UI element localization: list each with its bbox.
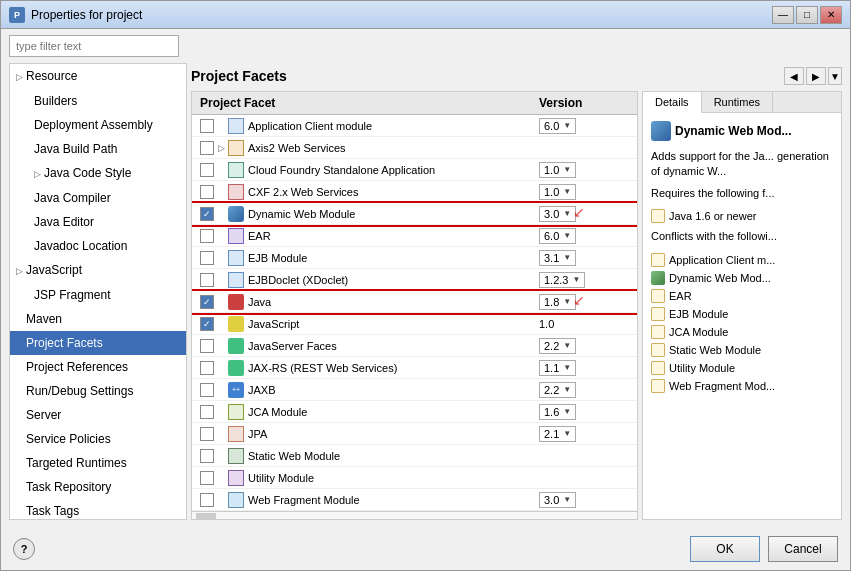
version-dropdown[interactable]: 3.0▼ [539,206,576,222]
table-row[interactable]: ++JAXB2.2▼ [192,379,637,401]
detail-description1: Adds support for the Ja... generation of… [651,149,833,180]
row-checkbox[interactable] [200,163,214,177]
row-checkbox[interactable] [200,383,214,397]
version-dropdown[interactable]: 1.8▼ [539,294,576,310]
conflict-label: Static Web Module [669,344,761,356]
table-row[interactable]: Web Fragment Module3.0▼ [192,489,637,511]
conflict-label: EAR [669,290,692,302]
row-checkbox[interactable] [200,251,214,265]
table-row[interactable]: ✓Dynamic Web Module3.0▼选择版本↙ [192,203,637,225]
sidebar-item-2[interactable]: Deployment Assembly [10,113,186,137]
conflict-item: Web Fragment Mod... [651,377,833,395]
table-row[interactable]: EAR6.0▼ [192,225,637,247]
version-dropdown[interactable]: 2.2▼ [539,382,576,398]
version-dropdown[interactable]: 1.2.3▼ [539,272,585,288]
col-version-header: Version [539,96,629,110]
conflict-icon [651,325,665,339]
version-dropdown[interactable]: 1.0▼ [539,184,576,200]
cancel-button[interactable]: Cancel [768,536,838,562]
table-row[interactable]: Utility Module [192,467,637,489]
help-button[interactable]: ? [13,538,35,560]
sidebar-item-16[interactable]: Targeted Runtimes [10,451,186,475]
sidebar-item-8[interactable]: ▷JavaScript [10,258,186,283]
version-dropdown[interactable]: 3.0▼ [539,492,576,508]
version-dropdown[interactable]: 6.0▼ [539,118,576,134]
row-checkbox[interactable] [200,273,214,287]
row-checkbox[interactable] [200,119,214,133]
version-dropdown[interactable]: 1.6▼ [539,404,576,420]
version-dropdown[interactable]: 3.1▼ [539,250,576,266]
filter-input[interactable] [9,35,179,57]
sidebar-item-12[interactable]: Project References [10,355,186,379]
sidebar-item-7[interactable]: Javadoc Location [10,234,186,258]
menu-button[interactable]: ▼ [828,67,842,85]
table-row[interactable]: JavaServer Faces2.2▼ [192,335,637,357]
table-row[interactable]: Application Client module6.0▼ [192,115,637,137]
sidebar-item-9[interactable]: JSP Fragment [10,283,186,307]
row-checkbox[interactable] [200,339,214,353]
version-dropdown[interactable]: 6.0▼ [539,228,576,244]
row-checkbox[interactable]: ✓ [200,207,214,221]
window-title: Properties for project [31,8,772,22]
table-row[interactable]: Static Web Module [192,445,637,467]
close-button[interactable]: ✕ [820,6,842,24]
table-row[interactable]: Cloud Foundry Standalone Application1.0▼ [192,159,637,181]
facet-label: EJB Module [248,252,539,264]
conflict-icon [651,307,665,321]
sidebar-item-14[interactable]: Server [10,403,186,427]
row-checkbox[interactable]: ✓ [200,317,214,331]
sidebar-item-10[interactable]: Maven [10,307,186,331]
facet-label: JCA Module [248,406,539,418]
scroll-left[interactable] [196,513,216,519]
version-dropdown[interactable]: 2.1▼ [539,426,576,442]
col-facet-header: Project Facet [200,96,539,110]
sidebar-item-1[interactable]: Builders [10,89,186,113]
row-checkbox[interactable] [200,471,214,485]
row-checkbox[interactable] [200,493,214,507]
facet-icon-js [228,316,244,332]
sidebar-item-11[interactable]: Project Facets [10,331,186,355]
row-checkbox[interactable] [200,361,214,375]
tab-details[interactable]: Details [643,92,702,113]
version-dropdown[interactable]: 1.0▼ [539,162,576,178]
facet-version: 1.2.3▼ [539,272,629,288]
sidebar-item-5[interactable]: Java Compiler [10,186,186,210]
version-dropdown[interactable]: 1.1▼ [539,360,576,376]
sidebar-item-0[interactable]: ▷Resource [10,64,186,89]
back-button[interactable]: ◀ [784,67,804,85]
sidebar-item-3[interactable]: Java Build Path [10,137,186,161]
expand-arrow: ▷ [16,68,26,86]
table-row[interactable]: JPA2.1▼ [192,423,637,445]
row-checkbox[interactable] [200,449,214,463]
facet-icon-jpa [228,426,244,442]
table-row[interactable]: CXF 2.x Web Services1.0▼ [192,181,637,203]
row-checkbox[interactable] [200,229,214,243]
table-row[interactable]: EJB Module3.1▼ [192,247,637,269]
sidebar-item-17[interactable]: Task Repository [10,475,186,499]
maximize-button[interactable]: □ [796,6,818,24]
row-checkbox[interactable] [200,405,214,419]
table-row[interactable]: EJBDoclet (XDoclet)1.2.3▼ [192,269,637,291]
left-panel: ▷ResourceBuildersDeployment AssemblyJava… [9,63,187,520]
table-row[interactable]: JAX-RS (REST Web Services)1.1▼ [192,357,637,379]
sidebar-item-6[interactable]: Java Editor [10,210,186,234]
sidebar-item-4[interactable]: ▷Java Code Style [10,161,186,186]
table-row[interactable]: ▷Axis2 Web Services [192,137,637,159]
tab-runtimes[interactable]: Runtimes [702,92,773,112]
row-checkbox[interactable] [200,141,214,155]
forward-button[interactable]: ▶ [806,67,826,85]
ok-button[interactable]: OK [690,536,760,562]
sidebar-item-18[interactable]: Task Tags [10,499,186,520]
nav-buttons: ◀ ▶ ▼ [784,67,842,85]
sidebar-item-13[interactable]: Run/Debug Settings [10,379,186,403]
minimize-button[interactable]: — [772,6,794,24]
sidebar-item-15[interactable]: Service Policies [10,427,186,451]
facet-version: 6.0▼ [539,228,629,244]
table-row[interactable]: ✓JavaScript1.0 [192,313,637,335]
row-checkbox[interactable] [200,185,214,199]
row-checkbox[interactable]: ✓ [200,295,214,309]
row-checkbox[interactable] [200,427,214,441]
table-row[interactable]: JCA Module1.6▼ [192,401,637,423]
table-row[interactable]: ✓Java1.8▼选择版本↙ [192,291,637,313]
version-dropdown[interactable]: 2.2▼ [539,338,576,354]
